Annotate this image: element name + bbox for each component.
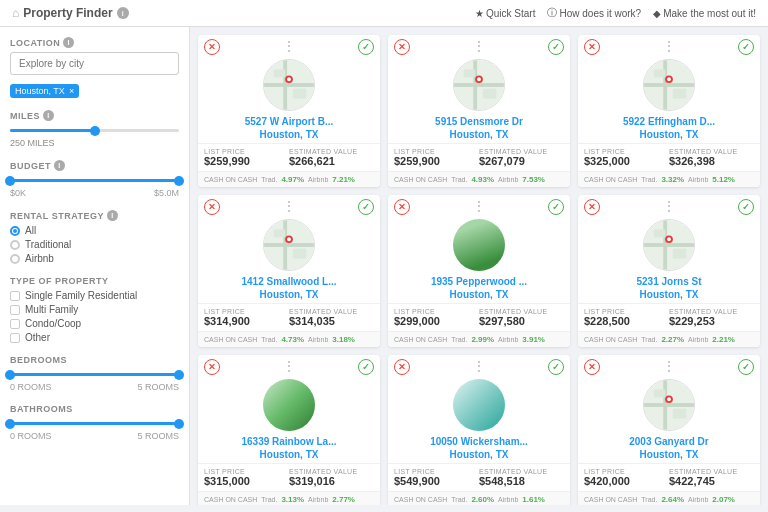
rate-info: CASH ON CASH Trad. 4.73% Airbnb 3.18%	[204, 335, 374, 344]
favorite-icon[interactable]: ✓	[738, 199, 754, 215]
address-line2: Houston, TX	[204, 128, 374, 141]
property-card[interactable]: ✕ ⋮ ✓ 10050 Wickersham... Houston, TX LI…	[388, 355, 570, 505]
reject-icon[interactable]: ✕	[204, 39, 220, 55]
property-card[interactable]: ✕ ⋮ ✓ 5527 W Airport B... Houston, TX LI…	[198, 35, 380, 187]
favorite-icon[interactable]: ✓	[358, 39, 374, 55]
trad-value: 4.93%	[471, 175, 494, 184]
property-card[interactable]: ✕ ⋮ ✓ 1412 Smallwood L... Houston, TX LI…	[198, 195, 380, 347]
bedrooms-thumb-left[interactable]	[5, 370, 15, 380]
estimated-value-col: ESTIMATED VALUE $548,518	[479, 468, 564, 487]
tag-close-button[interactable]: ×	[69, 86, 74, 96]
how-it-works-link[interactable]: ⓘ How does it work?	[547, 6, 641, 20]
property-type-label: TYPE OF PROPERTY	[10, 276, 179, 286]
svg-point-41	[667, 397, 671, 401]
miles-section: MILES i 250 MILES	[10, 110, 179, 148]
card-image-container	[198, 59, 380, 111]
location-label: LOCATION i	[10, 37, 179, 48]
bathrooms-thumb-right[interactable]	[174, 419, 184, 429]
miles-thumb[interactable]	[90, 126, 100, 136]
card-menu-icon[interactable]: ⋮	[473, 199, 485, 213]
location-input[interactable]	[10, 52, 179, 75]
miles-track	[10, 129, 179, 132]
rate-info: CASH ON CASH Trad. 2.99% Airbnb 3.91%	[394, 335, 564, 344]
card-header: ✕ ⋮ ✓	[388, 35, 570, 59]
budget-thumb-right[interactable]	[174, 176, 184, 186]
cash-on-cash-label: CASH ON CASH	[204, 496, 257, 503]
address-line1: 5915 Densmore Dr	[394, 115, 564, 128]
reject-icon[interactable]: ✕	[584, 359, 600, 375]
rental-strategy-all[interactable]: All	[10, 225, 179, 236]
favorite-icon[interactable]: ✓	[738, 39, 754, 55]
card-menu-icon[interactable]: ⋮	[663, 199, 675, 213]
svg-point-34	[667, 237, 671, 241]
reject-icon[interactable]: ✕	[584, 199, 600, 215]
svg-rect-16	[663, 60, 667, 110]
svg-rect-31	[654, 230, 666, 238]
gift-icon: ◆	[653, 8, 661, 19]
list-price-label: LIST PRICE	[584, 148, 669, 155]
type-condo[interactable]: Condo/Coop	[10, 318, 179, 329]
property-type-options: Single Family Residential Multi Family C…	[10, 290, 179, 343]
property-card[interactable]: ✕ ⋮ ✓ 5922 Effingham D... Houston, TX LI…	[578, 35, 760, 187]
bedrooms-thumb-right[interactable]	[174, 370, 184, 380]
list-price-col: LIST PRICE $325,000	[584, 148, 669, 167]
favorite-icon[interactable]: ✓	[738, 359, 754, 375]
property-card[interactable]: ✕ ⋮ ✓ 5231 Jorns St Houston, TX LIST PRI…	[578, 195, 760, 347]
bathrooms-thumb-left[interactable]	[5, 419, 15, 429]
favorite-icon[interactable]: ✓	[548, 199, 564, 215]
budget-thumb-left[interactable]	[5, 176, 15, 186]
reject-icon[interactable]: ✕	[584, 39, 600, 55]
make-most-link[interactable]: ◆ Make the most out it!	[653, 8, 756, 19]
trad-value: 2.27%	[661, 335, 684, 344]
address-line1: 16339 Rainbow La...	[204, 435, 374, 448]
card-image-container	[388, 219, 570, 271]
card-menu-icon[interactable]: ⋮	[283, 359, 295, 373]
bedrooms-slider[interactable]	[10, 373, 179, 376]
reject-icon[interactable]: ✕	[394, 39, 410, 55]
cash-on-cash-label: CASH ON CASH	[394, 496, 447, 503]
property-card[interactable]: ✕ ⋮ ✓ 2003 Ganyard Dr Houston, TX LIST P…	[578, 355, 760, 505]
airbnb-value: 2.07%	[712, 495, 735, 504]
card-menu-icon[interactable]: ⋮	[283, 199, 295, 213]
address-line2: Houston, TX	[204, 448, 374, 461]
budget-label: BUDGET i	[10, 160, 179, 171]
card-menu-icon[interactable]: ⋮	[283, 39, 295, 53]
property-card[interactable]: ✕ ⋮ ✓ 5915 Densmore Dr Houston, TX LIST …	[388, 35, 570, 187]
reject-icon[interactable]: ✕	[394, 199, 410, 215]
type-multi-family[interactable]: Multi Family	[10, 304, 179, 315]
rental-strategy-traditional[interactable]: Traditional	[10, 239, 179, 250]
miles-slider[interactable]	[10, 129, 179, 132]
type-single-family[interactable]: Single Family Residential	[10, 290, 179, 301]
reject-icon[interactable]: ✕	[204, 199, 220, 215]
bathrooms-slider[interactable]	[10, 422, 179, 425]
favorite-icon[interactable]: ✓	[358, 359, 374, 375]
rate-info: CASH ON CASH Trad. 4.97% Airbnb 7.21%	[204, 175, 374, 184]
favorite-icon[interactable]: ✓	[548, 39, 564, 55]
card-menu-icon[interactable]: ⋮	[473, 39, 485, 53]
card-footer: CASH ON CASH Trad. 3.32% Airbnb 5.12%	[578, 171, 760, 187]
airbnb-label: Airbnb	[308, 336, 328, 343]
airbnb-label: Airbnb	[498, 176, 518, 183]
card-footer: CASH ON CASH Trad. 4.73% Airbnb 3.18%	[198, 331, 380, 347]
list-price-col: LIST PRICE $259,900	[394, 148, 479, 167]
budget-range: $0K $5.0M	[10, 188, 179, 198]
favorite-icon[interactable]: ✓	[358, 199, 374, 215]
bathrooms-range: 0 ROOMS 5 ROOMS	[10, 431, 179, 441]
address-line1: 1935 Pepperwood ...	[394, 275, 564, 288]
reject-icon[interactable]: ✕	[394, 359, 410, 375]
type-other[interactable]: Other	[10, 332, 179, 343]
list-price-label: LIST PRICE	[394, 468, 479, 475]
trad-value: 4.73%	[281, 335, 304, 344]
card-menu-icon[interactable]: ⋮	[473, 359, 485, 373]
rental-strategy-airbnb[interactable]: Airbnb	[10, 253, 179, 264]
property-card[interactable]: ✕ ⋮ ✓ 16339 Rainbow La... Houston, TX LI…	[198, 355, 380, 505]
property-card[interactable]: ✕ ⋮ ✓ 1935 Pepperwood ... Houston, TX LI…	[388, 195, 570, 347]
reject-icon[interactable]: ✕	[204, 359, 220, 375]
quick-start-link[interactable]: ★ Quick Start	[475, 8, 535, 19]
card-menu-icon[interactable]: ⋮	[663, 359, 675, 373]
card-menu-icon[interactable]: ⋮	[663, 39, 675, 53]
favorite-icon[interactable]: ✓	[548, 359, 564, 375]
list-price-col: LIST PRICE $228,500	[584, 308, 669, 327]
budget-slider[interactable]	[10, 179, 179, 182]
svg-point-13	[477, 77, 481, 81]
